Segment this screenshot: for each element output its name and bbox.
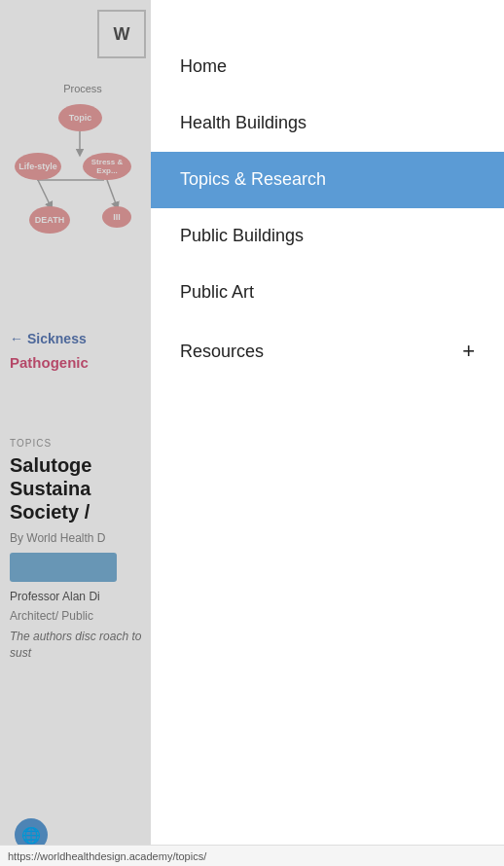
process-diagram: Process Topic Life-style Stress & Exp...… [10, 83, 156, 274]
diagram-area: Topic Life-style Stress & Exp... DEATH I… [10, 99, 146, 274]
diagram-label: Process [10, 83, 156, 94]
svg-line-3 [107, 180, 117, 206]
nav-item-topics-research[interactable]: Topics & Research [151, 152, 504, 208]
nav-label-topics-research: Topics & Research [180, 169, 326, 190]
status-bar: https://worldhealthdesign.academy/topics… [0, 845, 504, 866]
sickness-arrow: ← Sickness [10, 331, 89, 346]
topics-section: TOPICS Salutoge Sustaina Society / By Wo… [10, 438, 151, 662]
nav-label-home: Home [180, 56, 227, 77]
nav-item-home[interactable]: Home [151, 39, 504, 95]
nav-label-public-buildings: Public Buildings [180, 226, 304, 246]
authors-description: The authors disc roach to sust [10, 629, 151, 662]
oval-ill: III [102, 206, 131, 228]
architect-label: Architect/ Public [10, 609, 151, 623]
by-world-health: By World Health D [10, 531, 151, 545]
sickness-label: Sickness [27, 331, 87, 346]
pathogenic-label: Pathogenic [10, 354, 89, 371]
nav-item-public-art[interactable]: Public Art [151, 265, 504, 321]
topic-title: Salutoge Sustaina Society / [10, 453, 151, 523]
cta-button[interactable] [10, 553, 117, 582]
oval-topic: Topic [58, 104, 102, 131]
status-url: https://worldhealthdesign.academy/topics… [8, 850, 206, 862]
oval-stress: Stress & Exp... [83, 153, 131, 180]
nav-plus-resources: + [462, 339, 475, 364]
site-logo[interactable]: W [97, 10, 146, 58]
sickness-section: ← Sickness Pathogenic [10, 331, 89, 371]
oval-death: DEATH [29, 206, 70, 234]
nav-label-health-buildings: Health Buildings [180, 113, 306, 133]
page-background: W Process Topic Life-style Stress & Exp.… [0, 0, 156, 866]
nav-label-public-art: Public Art [180, 282, 254, 303]
svg-line-2 [38, 180, 51, 206]
topics-label: TOPICS [10, 438, 151, 449]
oval-lifestyle: Life-style [15, 153, 61, 180]
arrow-icon: ← [10, 331, 23, 346]
nav-item-public-buildings[interactable]: Public Buildings [151, 208, 504, 265]
professor-name: Professor Alan Di [10, 590, 151, 603]
nav-item-resources[interactable]: Resources + [151, 321, 504, 382]
nav-label-resources: Resources [180, 342, 264, 362]
navigation-menu: Home Health Buildings Topics & Research … [151, 0, 504, 866]
nav-item-health-buildings[interactable]: Health Buildings [151, 95, 504, 152]
